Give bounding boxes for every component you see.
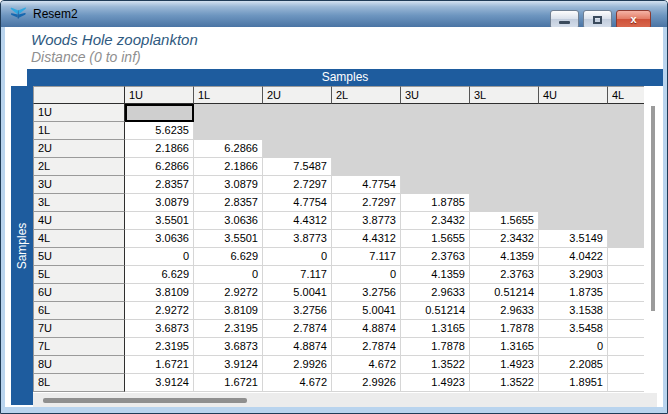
- matrix-cell[interactable]: 2.3763: [470, 266, 539, 284]
- matrix-cell[interactable]: [608, 266, 644, 284]
- matrix-cell[interactable]: [608, 248, 644, 266]
- matrix-cell[interactable]: 2.7297: [263, 176, 332, 194]
- matrix-cell[interactable]: 7.117: [332, 248, 401, 266]
- matrix-cell[interactable]: 3.2756: [332, 284, 401, 302]
- matrix-cell[interactable]: 2.9926: [263, 356, 332, 374]
- matrix-cell[interactable]: [470, 140, 539, 158]
- matrix-cell[interactable]: 2.7874: [332, 338, 401, 356]
- matrix-cell[interactable]: [539, 194, 608, 212]
- matrix-cell[interactable]: 2.9633: [401, 284, 470, 302]
- matrix-cell[interactable]: 1.4923: [470, 356, 539, 374]
- matrix-cell[interactable]: [608, 284, 644, 302]
- matrix-cell[interactable]: [608, 122, 644, 140]
- matrix-cell[interactable]: 2.3763: [401, 248, 470, 266]
- matrix-cell[interactable]: 7.5487: [263, 158, 332, 176]
- matrix-cell[interactable]: 3.5501: [194, 230, 263, 248]
- matrix-cell[interactable]: 3.5501: [125, 212, 194, 230]
- vertical-scrollbar-thumb[interactable]: [651, 106, 655, 311]
- matrix-cell[interactable]: 4.672: [263, 374, 332, 392]
- matrix-cell[interactable]: 1.8951: [539, 374, 608, 392]
- matrix-cell[interactable]: [608, 374, 644, 392]
- matrix-cell[interactable]: 3.0636: [125, 230, 194, 248]
- matrix-cell[interactable]: [608, 140, 644, 158]
- matrix-cell[interactable]: [608, 176, 644, 194]
- matrix-cell[interactable]: 1.3165: [401, 320, 470, 338]
- matrix-cell[interactable]: [608, 320, 644, 338]
- matrix-cell[interactable]: 4.8874: [332, 320, 401, 338]
- matrix-cell[interactable]: [401, 122, 470, 140]
- matrix-cell[interactable]: [539, 104, 608, 122]
- matrix-cell[interactable]: [332, 140, 401, 158]
- matrix-cell[interactable]: 1.3165: [470, 338, 539, 356]
- matrix-cell[interactable]: 1.5655: [470, 212, 539, 230]
- title-bar[interactable]: Resem2 x: [1, 1, 667, 27]
- row-header-5U[interactable]: 5U: [33, 248, 125, 266]
- row-header-7U[interactable]: 7U: [33, 320, 125, 338]
- matrix-cell[interactable]: 0: [125, 248, 194, 266]
- row-header-8U[interactable]: 8U: [33, 356, 125, 374]
- matrix-cell[interactable]: 4.1359: [470, 248, 539, 266]
- grid-corner-cell[interactable]: [33, 86, 125, 104]
- matrix-cell[interactable]: 2.7297: [332, 194, 401, 212]
- row-header-3U[interactable]: 3U: [33, 176, 125, 194]
- matrix-cell[interactable]: [332, 158, 401, 176]
- matrix-cell[interactable]: [539, 122, 608, 140]
- col-header-4U[interactable]: 4U: [539, 86, 608, 104]
- row-header-1L[interactable]: 1L: [33, 122, 125, 140]
- matrix-cell[interactable]: 3.6873: [194, 338, 263, 356]
- matrix-cell[interactable]: [263, 104, 332, 122]
- matrix-cell[interactable]: 6.629: [125, 266, 194, 284]
- matrix-cell[interactable]: [401, 140, 470, 158]
- matrix-cell[interactable]: [401, 104, 470, 122]
- matrix-cell[interactable]: 7.117: [263, 266, 332, 284]
- matrix-cell[interactable]: 0: [332, 266, 401, 284]
- row-header-1U[interactable]: 1U: [33, 104, 125, 122]
- matrix-cell[interactable]: 3.5458: [539, 320, 608, 338]
- row-header-3L[interactable]: 3L: [33, 194, 125, 212]
- matrix-cell[interactable]: 3.0879: [194, 176, 263, 194]
- matrix-cell[interactable]: 3.9124: [125, 374, 194, 392]
- matrix-cell[interactable]: [608, 356, 644, 374]
- matrix-cell[interactable]: 0.51214: [401, 302, 470, 320]
- matrix-cell[interactable]: [539, 158, 608, 176]
- matrix-cell[interactable]: 3.2903: [539, 266, 608, 284]
- matrix-cell[interactable]: 2.9926: [332, 374, 401, 392]
- matrix-cell[interactable]: 3.8109: [194, 302, 263, 320]
- col-header-1U[interactable]: 1U: [125, 86, 194, 104]
- matrix-cell[interactable]: 1.3522: [401, 356, 470, 374]
- matrix-cell[interactable]: [470, 122, 539, 140]
- col-header-4L[interactable]: 4L: [608, 86, 644, 104]
- matrix-cell[interactable]: 4.1359: [401, 266, 470, 284]
- row-header-4L[interactable]: 4L: [33, 230, 125, 248]
- matrix-cell[interactable]: 3.0879: [125, 194, 194, 212]
- matrix-cell[interactable]: [539, 140, 608, 158]
- horizontal-scrollbar-thumb[interactable]: [43, 398, 247, 403]
- matrix-cell[interactable]: 6.2866: [194, 140, 263, 158]
- row-header-2L[interactable]: 2L: [33, 158, 125, 176]
- matrix-cell[interactable]: 3.8773: [263, 230, 332, 248]
- matrix-cell[interactable]: [263, 122, 332, 140]
- col-header-2U[interactable]: 2U: [263, 86, 332, 104]
- col-header-3U[interactable]: 3U: [401, 86, 470, 104]
- matrix-cell[interactable]: [608, 158, 644, 176]
- matrix-cell[interactable]: 4.7754: [263, 194, 332, 212]
- matrix-cell[interactable]: 0.51214: [470, 284, 539, 302]
- matrix-cell[interactable]: 1.7878: [401, 338, 470, 356]
- matrix-cell[interactable]: [608, 194, 644, 212]
- matrix-cell[interactable]: 2.1866: [194, 158, 263, 176]
- row-header-2U[interactable]: 2U: [33, 140, 125, 158]
- matrix-cell[interactable]: 2.3432: [401, 212, 470, 230]
- matrix-cell[interactable]: [470, 194, 539, 212]
- matrix-cell[interactable]: 5.0041: [263, 284, 332, 302]
- matrix-cell[interactable]: 2.7874: [263, 320, 332, 338]
- matrix-cell[interactable]: [608, 230, 644, 248]
- row-header-5L[interactable]: 5L: [33, 266, 125, 284]
- matrix-cell[interactable]: 6.2866: [125, 158, 194, 176]
- matrix-cell[interactable]: 0: [194, 266, 263, 284]
- matrix-cell[interactable]: 2.1866: [125, 140, 194, 158]
- matrix-cell[interactable]: 4.4312: [332, 230, 401, 248]
- row-header-6U[interactable]: 6U: [33, 284, 125, 302]
- matrix-cell[interactable]: [470, 176, 539, 194]
- matrix-cell[interactable]: [608, 104, 644, 122]
- col-header-3L[interactable]: 3L: [470, 86, 539, 104]
